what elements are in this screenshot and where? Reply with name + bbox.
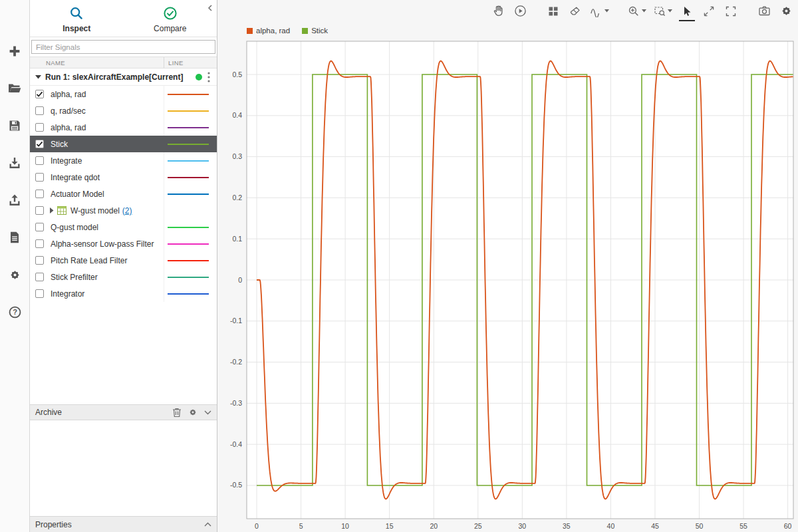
signal-row[interactable]: alpha, rad bbox=[30, 86, 217, 102]
legend-swatch bbox=[247, 28, 253, 34]
signal-checkbox[interactable] bbox=[35, 256, 44, 265]
line-style-swatch[interactable] bbox=[168, 260, 209, 261]
archive-bar[interactable]: Archive bbox=[30, 404, 217, 420]
signal-name: q, rad/sec bbox=[51, 106, 164, 116]
eraser-icon bbox=[569, 5, 581, 17]
signal-checkbox[interactable] bbox=[35, 123, 44, 132]
tab-compare[interactable]: Compare bbox=[124, 0, 217, 37]
snapshot-button[interactable] bbox=[756, 3, 772, 21]
signal-row[interactable]: Integrate bbox=[30, 152, 217, 169]
signal-name: Actuator Model bbox=[51, 190, 164, 199]
signal-row[interactable]: Actuator Model bbox=[30, 186, 217, 202]
new-button[interactable] bbox=[3, 40, 26, 63]
expand-axes-button[interactable] bbox=[701, 3, 717, 21]
fit-to-view-button[interactable] bbox=[723, 3, 739, 21]
export-button[interactable] bbox=[3, 189, 26, 211]
line-style-swatch[interactable] bbox=[168, 194, 209, 195]
signal-checkbox[interactable] bbox=[35, 190, 44, 198]
signal-count-link[interactable]: (2) bbox=[122, 206, 132, 215]
signal-name: Integrate qdot bbox=[51, 173, 164, 182]
subplot-layout-button[interactable] bbox=[545, 3, 561, 21]
save-button[interactable] bbox=[3, 114, 26, 137]
line-style-swatch[interactable] bbox=[168, 293, 209, 295]
preferences-button[interactable] bbox=[3, 263, 26, 286]
filter-row bbox=[30, 37, 217, 57]
clear-plots-button[interactable] bbox=[567, 3, 583, 21]
signal-checkbox[interactable] bbox=[35, 156, 44, 165]
archive-delete-button[interactable] bbox=[172, 408, 182, 418]
signal-panel: Inspect Compare NAME LINE Run 1: slexAir… bbox=[30, 0, 217, 532]
line-style-swatch[interactable] bbox=[168, 127, 209, 128]
line-style-swatch[interactable] bbox=[168, 94, 209, 95]
signal-checkbox[interactable] bbox=[35, 239, 44, 248]
signal-name: Stick bbox=[51, 140, 164, 149]
chevron-down-icon bbox=[668, 9, 672, 13]
line-column-header: LINE bbox=[164, 57, 217, 68]
chevron-up-icon bbox=[204, 522, 211, 527]
signal-row[interactable]: Alpha-sensor Low-pass Filter bbox=[30, 235, 217, 252]
line-style-swatch[interactable] bbox=[168, 243, 209, 245]
properties-expand-button[interactable] bbox=[204, 522, 211, 527]
tab-inspect[interactable]: Inspect bbox=[30, 0, 124, 37]
signal-checkbox[interactable] bbox=[35, 273, 44, 281]
help-button[interactable]: ? bbox=[3, 301, 26, 323]
line-style-swatch[interactable] bbox=[168, 144, 209, 145]
line-style-swatch[interactable] bbox=[168, 277, 209, 278]
replay-icon bbox=[514, 5, 527, 17]
svg-text:0.5: 0.5 bbox=[232, 70, 242, 78]
signal-checkbox[interactable] bbox=[35, 206, 44, 215]
line-style-swatch[interactable] bbox=[168, 160, 209, 162]
signal-name: alpha, rad bbox=[51, 90, 164, 99]
line-style-swatch[interactable] bbox=[168, 177, 209, 178]
signal-checkbox[interactable] bbox=[35, 90, 44, 98]
signal-checkbox[interactable] bbox=[35, 289, 44, 298]
help-icon: ? bbox=[8, 305, 22, 319]
signal-checkbox[interactable] bbox=[35, 223, 44, 231]
zoom-region-icon bbox=[654, 5, 666, 17]
plot-canvas[interactable]: 0510152025303540455055600.50.40.30.20.10… bbox=[217, 37, 798, 532]
run-row[interactable]: Run 1: slexAircraftExample[Current] bbox=[30, 68, 217, 86]
tab-inspect-label: Inspect bbox=[63, 24, 90, 33]
signal-row[interactable]: Integrator bbox=[30, 285, 217, 302]
chevron-down-icon bbox=[642, 9, 646, 13]
run-menu-icon[interactable] bbox=[206, 72, 211, 82]
import-button[interactable] bbox=[3, 152, 26, 174]
signal-row[interactable]: W-gust model(2) bbox=[30, 202, 217, 219]
archive-settings-button[interactable] bbox=[188, 408, 198, 417]
signal-wave-icon bbox=[590, 5, 602, 17]
signal-style-button[interactable] bbox=[589, 3, 610, 21]
properties-bar[interactable]: Properties bbox=[30, 516, 217, 532]
expand-caret-icon[interactable] bbox=[49, 207, 54, 213]
signal-checkbox[interactable] bbox=[35, 140, 44, 148]
pan-tool-button[interactable] bbox=[490, 3, 506, 21]
signal-row[interactable]: Stick Prefilter bbox=[30, 269, 217, 285]
select-tool-button[interactable] bbox=[679, 3, 695, 21]
name-column-header: NAME bbox=[30, 57, 164, 68]
signal-checkbox[interactable] bbox=[35, 173, 44, 182]
signal-row[interactable]: Q-gust model bbox=[30, 219, 217, 235]
run-caret-icon[interactable] bbox=[35, 74, 41, 79]
signal-row[interactable]: Integrate qdot bbox=[30, 169, 217, 186]
replay-button[interactable] bbox=[512, 3, 528, 21]
svg-text:-0.3: -0.3 bbox=[230, 399, 242, 407]
archive-label: Archive bbox=[35, 408, 166, 417]
filter-signals-input[interactable] bbox=[31, 40, 215, 54]
line-style-cell bbox=[164, 252, 217, 269]
zoom-region-button[interactable] bbox=[653, 3, 673, 21]
create-report-button[interactable] bbox=[3, 226, 26, 249]
signal-row[interactable]: q, rad/sec bbox=[30, 102, 217, 119]
line-style-swatch[interactable] bbox=[168, 227, 209, 228]
archive-collapse-button[interactable] bbox=[204, 410, 211, 415]
legend-label: Stick bbox=[311, 27, 328, 35]
signal-row[interactable]: alpha, rad bbox=[30, 119, 217, 136]
svg-text:20: 20 bbox=[430, 522, 438, 530]
zoom-in-button[interactable] bbox=[627, 3, 647, 21]
signal-row[interactable]: Stick bbox=[30, 136, 217, 152]
signal-checkbox[interactable] bbox=[35, 106, 44, 115]
plot-settings-button[interactable] bbox=[778, 3, 794, 21]
open-button[interactable] bbox=[3, 77, 26, 100]
signal-row[interactable]: Pitch Rate Lead Filter bbox=[30, 252, 217, 269]
panel-tabs: Inspect Compare bbox=[30, 0, 217, 37]
line-style-swatch[interactable] bbox=[168, 110, 209, 112]
collapse-panel-icon[interactable] bbox=[206, 3, 214, 15]
